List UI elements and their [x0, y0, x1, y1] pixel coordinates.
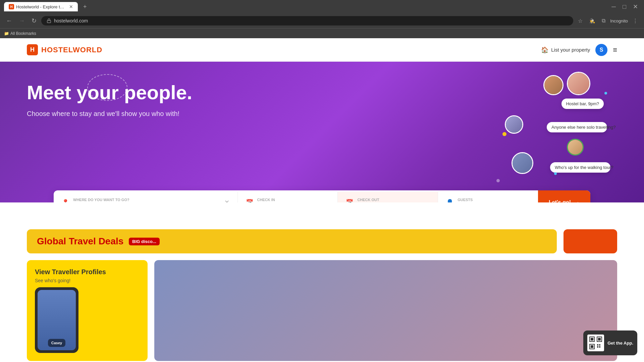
menu-button[interactable]: ⋮ [631, 16, 640, 25]
checkin-value: 27 Mar [257, 202, 275, 203]
avatar-2 [567, 72, 590, 95]
lets-go-button[interactable]: Let's go! → [538, 190, 590, 202]
destination-content: Where do you want to go? Bangkok, Thaila… [73, 198, 129, 203]
reload-button[interactable]: ↻ [30, 16, 39, 26]
svg-rect-10 [599, 346, 600, 348]
hero-section: Meet your people. Choose where to stay a… [0, 62, 644, 202]
qr-code-image [587, 335, 604, 351]
checkin-content: Check In 27 Mar [257, 198, 275, 203]
new-tab-button[interactable]: + [80, 2, 90, 12]
extensions-button[interactable]: ⧉ [600, 16, 607, 25]
hamburger-menu-button[interactable]: ≡ [613, 46, 617, 54]
qr-svg [589, 336, 602, 350]
tab-title: Hostelworld - Explore the wor... [16, 4, 65, 9]
bookmark-button[interactable]: ☆ [576, 16, 585, 25]
svg-rect-2 [591, 338, 593, 341]
avatar-3 [505, 115, 523, 134]
bookmarks-bar: 📁 All Bookmarks [0, 28, 644, 38]
svg-rect-6 [591, 345, 593, 348]
forward-button[interactable]: → [17, 16, 27, 26]
hero-image-panel [154, 260, 617, 361]
bubble-3: Who's up for the walking tour? [550, 162, 610, 173]
search-bar-container: 📍 Where do you want to go? Bangkok, Thai… [27, 202, 617, 202]
search-bar: 📍 Where do you want to go? Bangkok, Thai… [54, 190, 590, 202]
destination-value: Bangkok, Thailand [73, 202, 129, 203]
close-window-button[interactable]: ✕ [631, 2, 640, 12]
svg-rect-4 [598, 338, 601, 341]
banner-row: Global Travel Deals BIG disco... [0, 223, 644, 260]
address-bar[interactable]: hostelworld.com [41, 16, 573, 25]
avatar-1 [543, 75, 564, 95]
restore-button[interactable]: □ [621, 2, 628, 12]
all-bookmarks-item[interactable]: 📁 All Bookmarks [4, 31, 36, 36]
hero-title: Meet your people. [27, 82, 228, 103]
lets-go-label: Let's go! [549, 199, 571, 202]
hero-bubbles: Hostel bar, 9pm? Anyone else here solo t… [490, 72, 617, 186]
tab-close-button[interactable]: ✕ [69, 4, 73, 9]
qr-code-widget[interactable]: Get the App. [583, 330, 637, 355]
incognito-label: Incognito [610, 18, 628, 23]
guests-icon: 👤 [446, 199, 453, 202]
clear-destination-button[interactable]: ✕ [224, 199, 229, 202]
user-avatar[interactable]: S [595, 44, 607, 56]
dot-blue-2 [554, 172, 557, 175]
guests-field[interactable]: 👤 Guests 2 [438, 192, 538, 203]
checkin-label: Check In [257, 198, 275, 202]
checkout-label: Check Out [357, 198, 381, 202]
checkout-content: Check Out Check Out [357, 198, 381, 203]
logo-text: HOSTELWORLD [41, 46, 102, 54]
minimize-button[interactable]: ─ [609, 2, 618, 12]
traveller-row: View Traveller Profiles See who's going!… [0, 260, 644, 362]
bookmarks-icon: 📁 [4, 31, 9, 36]
svg-rect-8 [599, 344, 600, 346]
browser-toolbar: ← → ↻ hostelworld.com ☆ 🕵 ⧉ Incognito ⋮ [0, 13, 644, 28]
profile-name: Casey [48, 339, 65, 347]
back-button[interactable]: ← [4, 16, 14, 26]
site-header: H HOSTELWORLD 🏠 List your property S ≡ [0, 38, 644, 62]
svg-rect-0 [47, 20, 51, 22]
browser-chrome: H Hostelworld - Explore the wor... ✕ + ─… [0, 0, 644, 38]
logo-icon: H [27, 44, 38, 55]
checkout-calendar-icon: 📅 [346, 199, 353, 202]
list-property-button[interactable]: 🏠 List your property [541, 46, 590, 54]
guests-value: 2 [458, 202, 473, 203]
header-right: 🏠 List your property S ≡ [541, 44, 617, 56]
logo[interactable]: H HOSTELWORLD [27, 44, 102, 55]
browser-tab[interactable]: H Hostelworld - Explore the wor... ✕ [4, 2, 78, 11]
checkout-field[interactable]: 📅 Check Out Check Out [338, 192, 438, 203]
destination-label: Where do you want to go? [73, 198, 129, 202]
hero-spacer [0, 202, 644, 223]
avatar-4 [567, 139, 584, 156]
dot-white [496, 179, 500, 182]
phone-mockup: Casey [35, 287, 78, 353]
list-property-label: List your property [551, 47, 590, 53]
traveller-card-subtitle: See who's going! [35, 278, 140, 283]
global-deals-banner[interactable]: Global Travel Deals BIG disco... [27, 229, 557, 253]
checkin-field[interactable]: 📅 Check In 27 Mar 📅 Select a check out d… [238, 192, 338, 203]
svg-rect-9 [597, 346, 598, 348]
lock-icon [47, 18, 51, 23]
qr-label: Get the App. [607, 341, 633, 346]
avatar-5 [512, 152, 533, 174]
destination-field[interactable]: 📍 Where do you want to go? Bangkok, Thai… [54, 192, 238, 203]
incognito-icon: 🕵 [587, 17, 597, 25]
list-property-icon: 🏠 [541, 46, 548, 54]
page-content: H HOSTELWORLD 🏠 List your property S ≡ M… [0, 38, 644, 362]
dashed-decoration [87, 74, 127, 101]
global-deals-label: Global Travel Deals [37, 236, 123, 247]
dot-blue [604, 92, 607, 95]
checkout-placeholder: Check Out [357, 202, 381, 203]
browser-titlebar: H Hostelworld - Explore the wor... ✕ + ─… [0, 0, 644, 13]
guests-content: Guests 2 [458, 198, 473, 203]
svg-rect-7 [597, 344, 598, 346]
checkin-calendar-icon: 📅 [246, 199, 253, 202]
hero-content: Meet your people. Choose where to stay a… [27, 82, 228, 118]
url-text: hostelworld.com [54, 18, 88, 23]
bubble-2: Anyone else here solo travelling? [547, 122, 607, 132]
orange-banner [564, 229, 617, 253]
lets-go-arrow: → [574, 199, 580, 202]
dot-yellow [502, 132, 506, 136]
location-icon: 📍 [62, 199, 69, 202]
tab-favicon: H [9, 4, 14, 9]
guests-label: Guests [458, 198, 473, 202]
